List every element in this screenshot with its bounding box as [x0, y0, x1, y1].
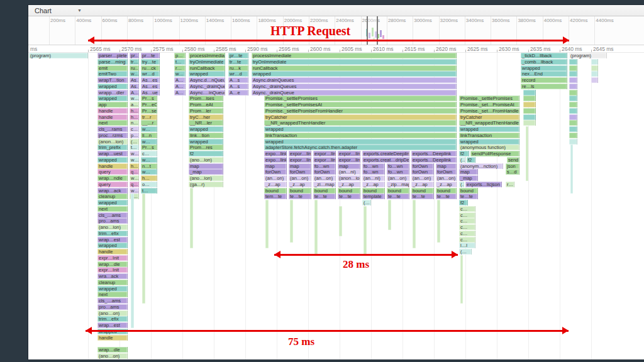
flame-frame[interactable]: wrapped [189, 71, 225, 77]
flame-frame[interactable]: ru…k [228, 65, 248, 71]
flame-frame[interactable]: f2 [459, 200, 468, 206]
flame-frame[interactable]: send [507, 157, 519, 163]
flame-frame[interactable] [523, 102, 536, 107]
flame-frame[interactable]: forOwn [411, 169, 434, 175]
flame-frame[interactable] [569, 108, 577, 114]
flame-frame[interactable]: nex…End [521, 71, 567, 77]
flame-frame[interactable]: __…r [141, 120, 157, 126]
flame-frame[interactable]: exports…Deeplink [411, 151, 457, 156]
flame-frame[interactable]: wrap…dle [97, 347, 128, 353]
flame-frame[interactable]: A… [174, 90, 186, 96]
flame-frame[interactable]: c… [459, 218, 475, 224]
flame-frame[interactable]: bound [436, 188, 457, 194]
flame-frame[interactable]: expor…link [289, 157, 311, 163]
flame-frame[interactable]: Promise._set…FromHandler [459, 108, 519, 114]
flame-frame[interactable]: map [189, 163, 223, 169]
flame-frame[interactable]: A… [174, 77, 186, 83]
flame-frame[interactable]: forOwn [411, 163, 434, 169]
flame-frame[interactable]: Prom…res [189, 145, 223, 150]
flame-frame[interactable]: wrapped [97, 96, 128, 101]
flame-frame[interactable]: n… [130, 120, 139, 126]
flame-frame[interactable]: (an…on) [411, 175, 434, 181]
flame-frame[interactable]: wra…ack [97, 273, 128, 279]
flame-frame[interactable]: wrapped [252, 71, 457, 77]
flame-frame-column[interactable] [131, 194, 134, 328]
overview-selection-window[interactable] [367, 16, 378, 45]
flame-frame[interactable] [591, 71, 598, 77]
flame-frame[interactable]: _tickD…llback [521, 53, 567, 58]
flame-frame[interactable]: (… [130, 139, 139, 145]
flame-chart[interactable]: (program)parser…pletepr…epr…tep…processI… [29, 53, 639, 359]
flame-frame[interactable]: parser…plete [97, 53, 128, 58]
flame-frame[interactable]: emit [97, 65, 128, 71]
flame-frame[interactable]: re…ls [521, 84, 567, 89]
flame-frame[interactable]: w… [130, 157, 139, 163]
flame-frame[interactable] [591, 59, 598, 65]
flame-frame[interactable]: expr…Init [97, 255, 128, 261]
flame-frame[interactable]: handle [97, 249, 128, 255]
flame-frame[interactable]: f2 [467, 157, 475, 163]
flame-frame[interactable] [569, 139, 577, 145]
flame-frame[interactable]: w… [130, 175, 139, 181]
flame-frame[interactable]: A…s [228, 84, 248, 89]
flame-frame[interactable]: q… [130, 169, 139, 175]
flame-frame-column[interactable] [570, 145, 573, 193]
flame-frame[interactable]: Async._drainQueues [252, 84, 457, 89]
flame-frame[interactable]: Pr…s [141, 96, 157, 101]
flame-frame-column[interactable] [265, 200, 269, 248]
flame-frame[interactable]: Async.…inQueue [189, 90, 225, 96]
flame-frame[interactable]: _zip…map [387, 182, 409, 187]
flame-frame[interactable]: cls_…rams [97, 126, 128, 132]
flame-frame[interactable]: map [289, 163, 311, 169]
flame-frame[interactable]: r… [506, 182, 514, 187]
flame-frame[interactable]: wrapped [189, 126, 223, 132]
flame-frame[interactable]: pr…e [130, 53, 139, 58]
flame-frame[interactable]: app [97, 102, 128, 107]
chart-mode-select[interactable]: Chart ▼ [35, 6, 52, 16]
flame-frame[interactable]: next [97, 206, 128, 212]
flame-frame[interactable]: c… [459, 206, 475, 212]
flame-frame[interactable]: handle [97, 163, 128, 169]
flame-frame[interactable]: bound [338, 188, 360, 194]
flame-frame[interactable]: map [338, 163, 360, 169]
flame-frame[interactable]: wrapped [97, 84, 128, 89]
flame-frame[interactable]: Promise._settlePromisesAt [264, 102, 457, 107]
flame-frame[interactable]: tryC…her [189, 114, 223, 120]
flame-frame[interactable]: (an…on) [264, 175, 287, 181]
flame-frame[interactable]: (program) [29, 53, 88, 58]
flame-frame[interactable]: expor…link [289, 151, 311, 156]
flame-frame-column[interactable] [314, 200, 318, 255]
flame-frame[interactable]: A… [174, 84, 186, 89]
flame-frame[interactable] [569, 102, 577, 107]
flame-frame-column[interactable] [526, 126, 528, 181]
flame-frame-column[interactable] [142, 194, 145, 304]
flame-frame[interactable] [569, 77, 577, 83]
flame-frame[interactable]: wrapp…dler [97, 90, 128, 96]
flame-frame[interactable]: wrapped [97, 286, 128, 292]
flame-frame[interactable] [569, 133, 577, 138]
flame-frame-column[interactable] [413, 200, 416, 248]
flame-frame[interactable]: Async._drainQueues [189, 84, 225, 89]
timeline-overview[interactable]: 200ms400ms600ms800ms1000ms1200ms1400ms16… [28, 16, 644, 45]
flame-frame[interactable]: wrapped [264, 139, 457, 145]
flame-frame[interactable]: h… [130, 114, 139, 120]
flame-frame[interactable]: te…te [411, 194, 434, 199]
flame-frame[interactable]: tr…r [141, 114, 157, 120]
flame-frame[interactable]: (… [459, 157, 465, 163]
flame-frame[interactable]: w… [141, 157, 157, 163]
flame-frame[interactable]: t… [141, 188, 157, 194]
flame-frame-column[interactable] [290, 200, 293, 243]
flame-frame[interactable]: Pr…s [141, 145, 157, 150]
flame-frame[interactable]: h… [141, 175, 157, 181]
flame-frame[interactable]: tryOnImmediate [252, 59, 457, 65]
flame-frame[interactable]: p… [130, 133, 139, 138]
flame-frame[interactable]: q… [130, 182, 139, 187]
flame-frame[interactable] [591, 65, 598, 71]
flame-frame[interactable]: wrap…ack [97, 188, 128, 194]
flame-frame[interactable]: wrap…ndle [97, 175, 128, 181]
flame-frame[interactable]: As…ue [141, 90, 160, 96]
flame-frame[interactable]: exports.creat…dripDeeplink [362, 157, 409, 163]
flame-frame[interactable]: bound [264, 188, 287, 194]
flame-frame[interactable]: A…e [228, 90, 248, 96]
flame-frame[interactable]: bound [411, 188, 434, 194]
